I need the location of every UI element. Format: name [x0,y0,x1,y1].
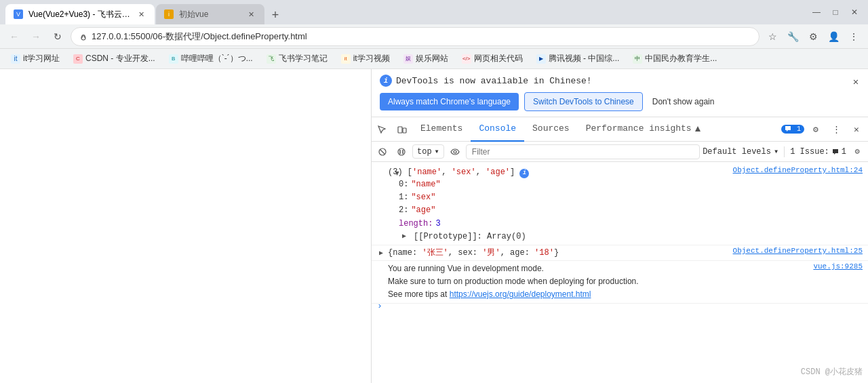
console-entry-warning: You are running Vue in development mode.… [372,261,868,304]
close-button[interactable]: ✕ [846,4,863,20]
bookmark-icon-5: it [341,54,351,64]
bookmark-label-4: 飞书学习笔记 [279,53,328,64]
tab-console-label: Console [479,123,516,134]
console-secondary-toolbar: top ▾ Default levels ▾ 1 Issue: 1 ⚙ [372,142,868,162]
object-expand-arrow[interactable]: ▶ [376,247,387,258]
clear-console-button[interactable] [374,144,391,160]
bookmark-icon[interactable]: ☆ [764,28,781,45]
bookmark-csdn[interactable]: C CSDN - 专业开发... [68,52,161,66]
window-controls: — □ ✕ [808,4,863,20]
bookmark-tencent-video[interactable]: ▶ 腾讯视频 - 中国综... [531,52,625,66]
bookmark-label-2: CSDN - 专业开发... [85,53,155,64]
bookmark-label-6: 娱乐网站 [416,53,448,64]
svg-rect-2 [403,128,406,133]
tab-elements[interactable]: Elements [412,117,471,142]
maximize-button[interactable]: □ [827,4,844,20]
array-item-1: 1: "sex" [399,191,863,204]
tab-favicon-2: i [164,9,174,19]
issue-count: 1 [842,147,846,157]
tab-sources[interactable]: Sources [524,117,578,142]
tab-active[interactable]: V Vue(Vue2+Vue3) - 飞书云文档 ✕ [5,4,155,24]
back-button[interactable]: ← [5,28,23,45]
minimize-button[interactable]: — [808,4,825,20]
default-levels-arrow: ▾ [774,146,778,157]
array-length: length: 3 [399,218,863,230]
reload-button[interactable]: ↻ [49,28,66,45]
tab-close-2[interactable]: ✕ [245,9,256,20]
warning-content: You are running Vue in development mode.… [388,262,808,302]
bookmark-it-learning[interactable]: it it学习网址 [5,52,65,66]
close-devtools-button[interactable]: ✕ [848,121,865,138]
main-area: i DevTools is now available in Chinese! … [0,69,868,383]
warning-source-link[interactable]: vue.js:9285 [813,262,863,270]
address-input[interactable]: 127.0.0.1:5500/06-数据代理/Object.defineProp… [71,27,760,46]
tab-inactive[interactable]: i 初始vue ✕ [156,4,264,24]
message-icon [785,125,791,132]
bookmark-entertainment[interactable]: 娱 娱乐网站 [398,52,454,66]
browser-titlebar: V Vue(Vue2+Vue3) - 飞书云文档 ✕ i 初始vue ✕ + —… [0,0,868,24]
issue-message-icon [832,148,839,155]
notification-info-icon: i [380,75,392,87]
bookmark-china-edu[interactable]: 中 中国民办教育学生... [627,52,722,66]
tab-console[interactable]: Console [471,117,524,142]
console-settings-button[interactable]: ⚙ [849,144,865,160]
cursor-icon [377,125,387,134]
bookmark-code[interactable]: </> 网页相关代码 [456,52,528,66]
bookmark-label-3: 哔哩哔哩（`-´）つ... [181,53,253,64]
watermark: CSDN @小花皮猪 [801,366,863,378]
svg-rect-1 [398,127,402,133]
bookmarks-bar: it it学习网址 C CSDN - 专业开发... B 哔哩哔哩（`-´）つ.… [0,49,868,69]
bookmark-bilibili[interactable]: B 哔哩哔哩（`-´）つ... [163,52,258,66]
tab-bar: V Vue(Vue2+Vue3) - 飞书云文档 ✕ i 初始vue ✕ + [5,0,285,24]
new-tab-button[interactable]: + [266,5,285,24]
always-match-language-button[interactable]: Always match Chrome's language [380,93,519,110]
bookmark-label-5: it学习视频 [353,53,390,64]
devtools-notification: i DevTools is now available in Chinese! … [372,69,868,117]
array-item-0: 0: "name" [399,178,863,191]
default-levels-selector[interactable]: Default levels ▾ [703,146,778,157]
switch-to-chinese-button[interactable]: Switch DevTools to Chinese [524,92,643,111]
context-selector[interactable]: top ▾ [412,144,444,159]
menu-icon[interactable]: ⋮ [845,28,863,45]
svg-marker-3 [695,126,701,132]
dont-show-again-button[interactable]: Don't show again [648,93,719,110]
pause-on-exceptions-button[interactable] [393,144,410,160]
array-info-icon[interactable]: i [519,169,529,178]
notification-text: DevTools is now available in Chinese! [396,76,592,86]
device-toolbar-button[interactable] [392,119,412,140]
notification-buttons: Always match Chrome's language Switch De… [380,92,860,111]
settings-button[interactable]: ⚙ [807,121,825,138]
url-text: 127.0.0.1:5500/06-数据代理/Object.defineProp… [92,31,307,43]
clear-icon [378,148,387,156]
console-entry-array: ▶ (3) ['name', 'sex', 'age'] i Object.de… [372,165,868,245]
bookmark-feishu[interactable]: 飞 飞书学习笔记 [261,52,333,66]
extension-icon2[interactable]: ⚙ [804,28,822,45]
inspect-element-button[interactable] [372,119,392,140]
warning-line-3: See more tips at https://vuejs.org/guide… [388,288,808,301]
array-item-2: 2: "age" [399,204,863,217]
bookmark-it-video[interactable]: it it学习视频 [336,52,395,66]
tab-close-1[interactable]: ✕ [136,9,146,20]
more-tools-button[interactable]: ⋮ [827,121,845,138]
default-levels-label: Default levels [703,147,771,157]
eye-button[interactable] [447,144,463,160]
notification-close-button[interactable]: ✕ [849,75,863,88]
bookmark-label-1: it学习网址 [23,53,60,64]
issue-button[interactable]: 1 Issue: 1 [790,147,846,157]
profile-icon[interactable]: 👤 [825,28,842,45]
object-source-link[interactable]: Object.defineProperty.html:25 [733,247,863,255]
filter-input[interactable] [466,144,700,159]
array-expand-arrow[interactable]: ▶ [392,168,403,179]
eye-icon [450,148,460,155]
vue-deploy-link[interactable]: https://vuejs.org/guide/deployment.html [450,289,591,299]
prototype-arrow[interactable]: ▶ [399,231,410,242]
console-prompt-area[interactable]: › [372,304,868,309]
warning-line-2: Make sure to turn on production mode whe… [388,275,808,288]
array-source-link[interactable]: Object.defineProperty.html:24 [733,166,863,174]
console-badge: 1 [781,125,804,134]
context-dropdown-icon: ▾ [435,146,439,157]
extension-icon1[interactable]: 🔧 [784,28,802,45]
tab-performance[interactable]: Performance insights [578,117,709,142]
forward-button[interactable]: → [27,28,45,45]
tab-title-1: Vue(Vue2+Vue3) - 飞书云文档 [28,9,130,20]
